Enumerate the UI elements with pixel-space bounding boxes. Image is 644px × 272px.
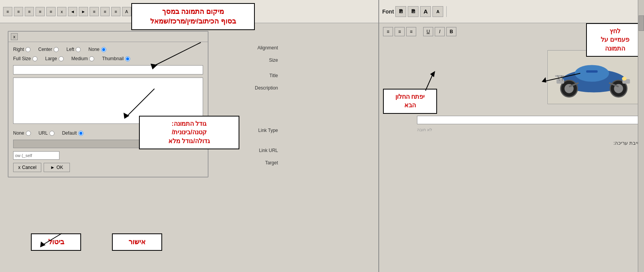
alignment-right-radio[interactable] — [25, 47, 31, 52]
toolbar-btn-1[interactable]: ≡ — [3, 7, 12, 16]
font-increase[interactable]: A — [420, 6, 431, 17]
scrollbar-thumb[interactable] — [639, 15, 644, 31]
link-url-right-input[interactable] — [417, 116, 640, 124]
toolbar-btn-12[interactable]: A — [122, 7, 131, 16]
alignment-center-item: Center — [38, 47, 59, 52]
size-field-label: Size — [216, 55, 278, 66]
alignment-none-label: None — [88, 47, 100, 52]
size-group: Full Size Large Medium Thumbnail — [13, 56, 203, 61]
title-field-label: Title — [216, 70, 278, 81]
car-image[interactable] — [547, 50, 640, 104]
toolbar-btn-9[interactable]: ≡ — [90, 7, 99, 16]
size-medium-label: Medium — [71, 56, 88, 61]
ok-arrow-icon: ► — [50, 165, 55, 170]
size-large-radio[interactable] — [59, 56, 64, 61]
annotation-approve: אישור — [112, 233, 162, 251]
alignment-left-radio[interactable] — [76, 47, 81, 52]
size-fullsize-radio[interactable] — [32, 56, 37, 61]
font-icon-1[interactable]: 🖹 — [395, 6, 406, 17]
size-medium-item: Medium — [71, 56, 95, 61]
target-input[interactable] — [13, 151, 59, 160]
dialog-area: ≡ ≡ ≡ ≡ ≡ x ◄ ► ≡ ≡ ≡ A 🔗 x — [0, 0, 378, 272]
align-left-btn[interactable]: ≡ — [383, 27, 393, 36]
toolbar-btn-4[interactable]: ≡ — [36, 7, 45, 16]
cancel-x-icon: x — [18, 165, 20, 170]
svg-rect-17 — [586, 70, 598, 73]
alignment-center-radio[interactable] — [54, 47, 59, 52]
main-container: ≡ ≡ ≡ ≡ ≡ x ◄ ► ≡ ≡ ≡ A 🔗 x — [0, 0, 644, 272]
annotation-image-position: מיקום התמונה במסךבסוף הכיתוב/ימין/מרכז/ש… — [131, 3, 255, 30]
right-fields: לא חובה סיבת עריכה: — [383, 116, 640, 146]
linktype-none-item: None — [13, 130, 31, 136]
alignment-none-radio[interactable] — [101, 47, 106, 52]
dialog-content: Right Center Left None — [8, 42, 208, 177]
alignment-none-item: None — [88, 47, 106, 52]
alignment-center-label: Center — [38, 47, 52, 52]
alignment-left-label: Left — [66, 47, 74, 52]
toolbar-btn-10[interactable]: ≡ — [100, 7, 110, 16]
align-center-btn[interactable]: ≡ — [395, 27, 405, 36]
size-thumbnail-label: Thumbnail — [102, 56, 124, 61]
linktype-url-item: URL — [39, 130, 54, 136]
size-thumbnail-item: Thumbnail — [102, 56, 130, 61]
alignment-left-item: Left — [66, 47, 81, 52]
dialog-buttons: x Cancel ► OK — [13, 163, 203, 172]
lo-chova-row: לא חובה — [383, 127, 640, 132]
bold-icon: B — [450, 29, 453, 34]
toolbar-btn-2[interactable]: ≡ — [14, 7, 23, 16]
target-field-label: Target — [216, 157, 278, 168]
toolbar-btn-11[interactable]: ≡ — [111, 7, 120, 16]
size-fullsize-label: Full Size — [13, 56, 31, 61]
toolbar-btn-5[interactable]: ≡ — [46, 7, 56, 16]
alignment-right-item: Right — [13, 47, 31, 52]
right-panel: Font 🖹 🖹 A A ≡ ≡ ≡ U I — [378, 0, 644, 272]
size-thumbnail-radio[interactable] — [125, 56, 130, 61]
dialog-titlebar: x — [8, 32, 208, 42]
annotation-next-window: יפתח החלוןהבא — [383, 89, 437, 114]
size-fullsize-item: Full Size — [13, 56, 37, 61]
title-input[interactable] — [13, 65, 203, 74]
linktype-default-radio[interactable] — [78, 131, 83, 136]
alignment-group: Right Center Left None — [13, 47, 203, 52]
linktype-default-label: Default — [62, 130, 77, 136]
format-bold-btn[interactable]: B — [446, 27, 456, 36]
size-large-item: Large — [45, 56, 64, 61]
toolbar-btn-8[interactable]: ► — [79, 7, 88, 16]
link-url-row — [383, 116, 640, 124]
format-italic-btn[interactable]: I — [435, 27, 445, 36]
svg-rect-19 — [555, 75, 564, 77]
font-group: Font 🖹 🖹 A A — [382, 6, 447, 17]
size-large-label: Large — [45, 56, 57, 61]
font-label: Font — [382, 8, 394, 15]
linktype-url-label: URL — [39, 130, 48, 136]
car-svg — [548, 51, 640, 104]
linktype-none-label: None — [13, 130, 24, 136]
ok-label: OK — [56, 165, 63, 170]
annotation-cancel: ביטול — [31, 233, 81, 251]
annotation-click-image: לחץפעמיים עלהתמונה — [586, 23, 644, 57]
linktype-default-item: Default — [62, 130, 83, 136]
toolbar-btn-3[interactable]: ≡ — [25, 7, 34, 16]
font-icon-2[interactable]: 🖹 — [408, 6, 419, 17]
annotation-image-size: גודל התמונה:קטנה/בינונית/גדולה/גודל מלא — [139, 116, 239, 149]
svg-point-8 — [575, 65, 609, 81]
dialog-close-button[interactable]: x — [11, 33, 18, 40]
right-content: ≡ ≡ ≡ U I B — [379, 23, 644, 272]
description-field-label: Description — [216, 83, 278, 93]
font-decrease[interactable]: A — [432, 6, 443, 17]
linktype-none-radio[interactable] — [26, 131, 31, 136]
linktype-url-radio[interactable] — [49, 131, 54, 136]
scrollbar[interactable] — [638, 0, 644, 272]
toolbar-btn-7[interactable]: ◄ — [68, 7, 77, 16]
toolbar-btn-6[interactable]: x — [57, 7, 66, 16]
lo-chova-text: לא חובה — [417, 127, 432, 132]
image-dialog: x Right Center Left — [8, 31, 208, 177]
underline-icon: U — [427, 29, 430, 34]
format-underline-btn[interactable]: U — [423, 27, 433, 36]
cancel-button[interactable]: x Cancel — [13, 163, 41, 172]
cancel-label: Cancel — [22, 165, 36, 170]
align-right-btn[interactable]: ≡ — [406, 27, 416, 36]
ok-button[interactable]: ► OK — [44, 163, 69, 172]
svg-point-18 — [622, 77, 627, 81]
size-medium-radio[interactable] — [89, 56, 94, 61]
